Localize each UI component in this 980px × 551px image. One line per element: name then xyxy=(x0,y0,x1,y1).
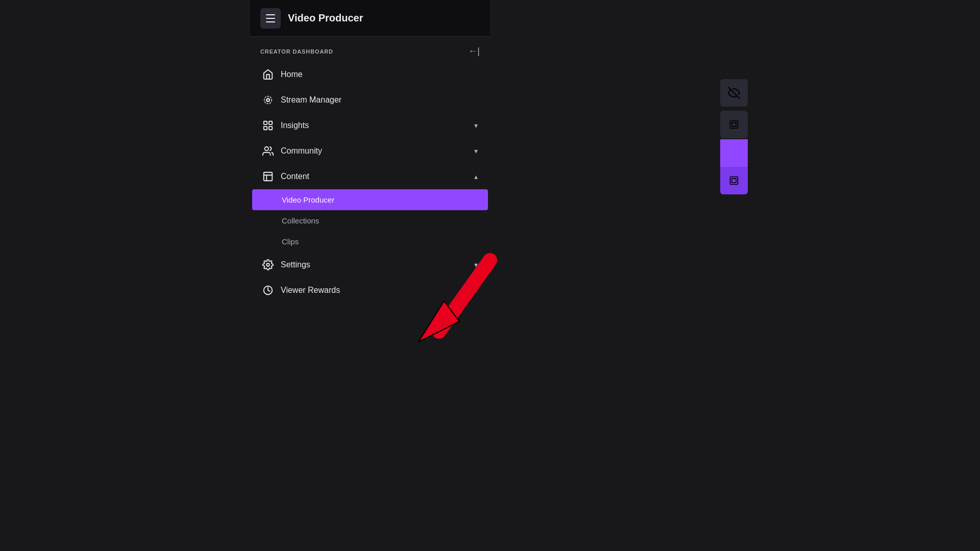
community-chevron: ▾ xyxy=(474,147,478,155)
svg-rect-7 xyxy=(264,172,273,181)
insights-chevron: ▾ xyxy=(474,121,478,130)
section-label: CREATOR DASHBOARD xyxy=(260,48,333,55)
svg-rect-14 xyxy=(732,179,736,183)
stream-icon xyxy=(262,94,274,106)
right-panel xyxy=(720,79,748,194)
svg-rect-11 xyxy=(730,121,738,129)
sidebar-item-settings[interactable]: Settings ▾ xyxy=(252,252,488,278)
stream-manager-label: Stream Manager xyxy=(281,95,341,105)
content-label: Content xyxy=(281,172,309,181)
sidebar-item-content[interactable]: Content ▴ xyxy=(252,164,488,189)
insights-label: Insights xyxy=(281,121,309,130)
collections-label: Collections xyxy=(282,216,319,225)
nav-item-left: Content xyxy=(262,171,309,182)
viewer-rewards-chevron: ▾ xyxy=(474,286,478,294)
svg-rect-13 xyxy=(730,177,738,185)
menu-button[interactable] xyxy=(260,8,281,29)
viewer-rewards-icon xyxy=(262,285,274,296)
widget-button-2[interactable] xyxy=(720,167,748,194)
nav-item-left: Community xyxy=(262,145,322,157)
sidebar-subitem-video-producer[interactable]: Video Producer xyxy=(252,189,488,210)
page-title: Video Producer xyxy=(288,12,363,24)
viewer-rewards-label: Viewer Rewards xyxy=(281,286,340,295)
widget-button-1[interactable] xyxy=(720,111,748,138)
svg-rect-4 xyxy=(264,127,267,130)
collapse-button[interactable]: ←| xyxy=(468,46,480,57)
nav-item-left: Settings xyxy=(262,259,310,270)
home-icon xyxy=(262,69,274,80)
svg-rect-5 xyxy=(269,127,272,130)
sidebar-item-viewer-rewards[interactable]: Viewer Rewards ▾ xyxy=(252,278,488,303)
content-icon xyxy=(262,171,274,182)
hamburger-icon xyxy=(266,14,275,22)
nav-item-left: Viewer Rewards xyxy=(262,285,340,296)
nav-item-left: Insights xyxy=(262,120,309,131)
nav-section: CREATOR DASHBOARD ←| Home xyxy=(250,37,490,551)
creator-dashboard-label: CREATOR DASHBOARD ←| xyxy=(250,37,490,62)
svg-point-1 xyxy=(264,96,272,104)
settings-chevron: ▾ xyxy=(474,261,478,269)
sidebar-subitem-collections[interactable]: Collections xyxy=(252,210,488,231)
clips-label: Clips xyxy=(282,237,299,246)
settings-label: Settings xyxy=(281,260,310,269)
sidebar: Video Producer CREATOR DASHBOARD ←| xyxy=(250,0,490,551)
sidebar-header: Video Producer xyxy=(250,0,490,37)
collapse-icon: ←| xyxy=(468,46,480,57)
sidebar-item-community[interactable]: Community ▾ xyxy=(252,138,488,164)
sidebar-item-home[interactable]: Home xyxy=(252,62,488,87)
svg-point-8 xyxy=(266,263,270,266)
nav-item-left: Home xyxy=(262,69,303,80)
svg-rect-2 xyxy=(264,121,267,124)
home-label: Home xyxy=(281,70,303,79)
svg-rect-12 xyxy=(732,122,736,127)
sidebar-subitem-clips[interactable]: Clips xyxy=(252,231,488,252)
settings-icon xyxy=(262,259,274,270)
community-label: Community xyxy=(281,146,322,156)
community-icon xyxy=(262,145,274,157)
content-chevron: ▴ xyxy=(474,172,478,181)
page-wrapper: Video Producer CREATOR DASHBOARD ←| xyxy=(0,0,980,551)
svg-point-6 xyxy=(265,147,268,151)
hide-panel-button[interactable] xyxy=(720,79,748,107)
nav-item-left: Stream Manager xyxy=(262,94,341,106)
video-producer-label: Video Producer xyxy=(282,195,334,204)
svg-rect-3 xyxy=(269,121,272,124)
sidebar-item-stream-manager[interactable]: Stream Manager xyxy=(252,87,488,113)
widget-button-2-bg xyxy=(720,139,748,167)
sidebar-item-insights[interactable]: Insights ▾ xyxy=(252,113,488,138)
insights-icon xyxy=(262,120,274,131)
